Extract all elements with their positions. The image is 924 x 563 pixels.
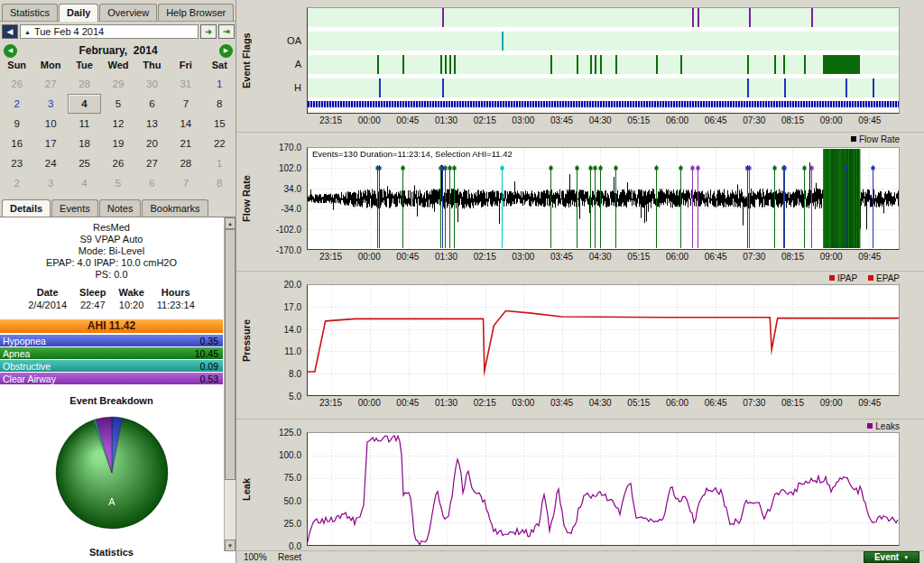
calendar-day[interactable]: 5	[101, 94, 134, 114]
flow-rate-canvas[interactable]	[308, 148, 899, 249]
detail-tab-notes[interactable]: Notes	[99, 199, 142, 217]
calendar-day[interactable]: 8	[203, 94, 236, 114]
x-tick-label: 06:45	[705, 115, 727, 125]
calendar-day[interactable]: 26	[0, 74, 33, 94]
calendar-day[interactable]: 3	[33, 173, 67, 193]
machine-info-line: ResMed	[0, 222, 223, 234]
date-field[interactable]: ▲ Tue Feb 4 2014	[20, 24, 199, 39]
calendar-day[interactable]: 21	[169, 134, 202, 153]
detail-tab-details[interactable]: Details	[2, 199, 51, 217]
calendar-day[interactable]: 7	[169, 173, 202, 193]
detail-tab-bar: DetailsEventsNotesBookmarks	[0, 197, 236, 217]
calendar-day[interactable]: 20	[135, 134, 169, 153]
x-tick-label: 05:15	[627, 115, 650, 125]
x-tick-label: 09:00	[820, 115, 843, 125]
scroll-down-icon[interactable]: ▼	[225, 540, 236, 551]
y-tick-label: 5.0	[289, 392, 301, 401]
x-tick-label: 01:30	[435, 115, 457, 125]
tab-statistics[interactable]: Statistics	[2, 4, 58, 21]
x-tick-label: 09:45	[858, 115, 881, 125]
calendar-day[interactable]: 31	[169, 74, 202, 94]
x-tick-label: 23:15	[319, 252, 342, 262]
chart-bottom-bar: 100% Reset Event ▼	[236, 550, 924, 563]
calendar-day[interactable]: 4	[68, 94, 101, 114]
calendar-day[interactable]: 8	[203, 173, 236, 193]
event-flags-plot[interactable]	[307, 7, 900, 114]
calendar-day[interactable]: 1	[203, 153, 236, 173]
x-tick-label: 03:00	[512, 115, 534, 125]
event-dropdown-label: Event	[874, 552, 899, 562]
calendar-day[interactable]: 29	[101, 74, 134, 94]
detail-tab-events[interactable]: Events	[51, 199, 98, 217]
event-tick	[783, 55, 785, 74]
details-scrollbar[interactable]: ▲ ▼	[224, 217, 236, 551]
calendar-day[interactable]: 12	[101, 114, 134, 134]
calendar-day[interactable]: 27	[135, 153, 169, 173]
calendar-day[interactable]: 1	[203, 74, 236, 94]
calendar-day[interactable]: 24	[33, 153, 67, 173]
flag-row-label: OA	[287, 35, 301, 46]
calendar-day[interactable]: 3	[33, 94, 67, 114]
calendar-day[interactable]: 14	[169, 114, 202, 134]
calendar-day[interactable]: 25	[68, 153, 101, 173]
pressure-canvas[interactable]	[308, 285, 899, 395]
event-tick	[698, 8, 699, 27]
prev-month-button[interactable]: ◀	[4, 44, 17, 58]
leak-canvas[interactable]	[308, 433, 899, 545]
pressure-axis-label: Pressure	[236, 284, 256, 396]
x-tick-label: 05:15	[627, 252, 650, 262]
calendar-day[interactable]: 15	[203, 114, 236, 134]
calendar-day[interactable]: 30	[135, 74, 169, 94]
tab-daily[interactable]: Daily	[59, 4, 98, 22]
calendar-day[interactable]: 19	[101, 134, 134, 153]
calendar-day[interactable]: 2	[0, 94, 33, 114]
calendar-day[interactable]: 7	[169, 94, 202, 114]
calendar-day[interactable]: 28	[169, 153, 202, 173]
calendar-day[interactable]: 18	[68, 134, 101, 153]
calendar-day[interactable]: 22	[203, 134, 236, 153]
calendar-day[interactable]: 17	[33, 134, 67, 153]
x-tick-label: 23:15	[319, 398, 342, 408]
leak-plot[interactable]	[307, 432, 900, 546]
calendar-day[interactable]: 6	[135, 94, 169, 114]
x-tick-label: 01:30	[435, 252, 457, 262]
detail-tab-bookmarks[interactable]: Bookmarks	[142, 199, 208, 217]
pressure-plot[interactable]	[307, 284, 900, 396]
calendar-title: February, 2014	[21, 44, 216, 57]
calendar-day[interactable]: 23	[0, 153, 33, 173]
prev-day-button[interactable]: ◀	[2, 24, 18, 39]
day-header: Sun	[0, 60, 33, 74]
event-dropdown-button[interactable]: Event ▼	[864, 551, 919, 563]
calendar-day[interactable]: 4	[68, 173, 101, 193]
scrollbar-thumb[interactable]	[225, 229, 236, 480]
calendar-day[interactable]: 2	[0, 173, 33, 193]
y-tick-label: 34.0	[284, 183, 301, 193]
x-tick-label: 02:15	[474, 115, 496, 125]
calendar-day[interactable]: 13	[135, 114, 169, 134]
y-tick-label: -170.0	[276, 245, 301, 255]
calendar-day[interactable]: 27	[33, 74, 67, 94]
tab-help-browser[interactable]: Help Browser	[158, 4, 234, 21]
flag-row-A	[308, 55, 899, 74]
calendar-day[interactable]: 6	[135, 173, 169, 193]
scroll-up-icon[interactable]: ▲	[225, 217, 236, 229]
calendar-day[interactable]: 26	[101, 153, 134, 173]
flag-row-H	[308, 78, 899, 97]
flow-rate-plot[interactable]: Events=130 Duration=11:23:14, Selection …	[307, 147, 900, 250]
y-tick-label: 14.0	[284, 324, 301, 334]
next-month-button[interactable]: ▶	[219, 44, 233, 58]
x-tick-label: 06:00	[666, 115, 688, 125]
tab-overview[interactable]: Overview	[99, 4, 157, 21]
calendar-day[interactable]: 28	[68, 74, 101, 94]
calendar-day[interactable]: 5	[101, 173, 134, 193]
calendar-day[interactable]: 10	[33, 114, 67, 134]
calendar-day[interactable]: 16	[0, 134, 33, 153]
calendar-day[interactable]: 9	[0, 114, 33, 134]
event-tick	[442, 78, 444, 97]
next-day-button[interactable]: ➜	[200, 24, 217, 39]
calendar-day[interactable]: 11	[68, 114, 101, 134]
latest-day-button[interactable]: ⇥	[218, 24, 235, 39]
reset-button[interactable]: Reset	[278, 552, 301, 562]
x-tick-label: 00:45	[396, 115, 419, 125]
statistics-title: Statistics	[0, 547, 223, 558]
